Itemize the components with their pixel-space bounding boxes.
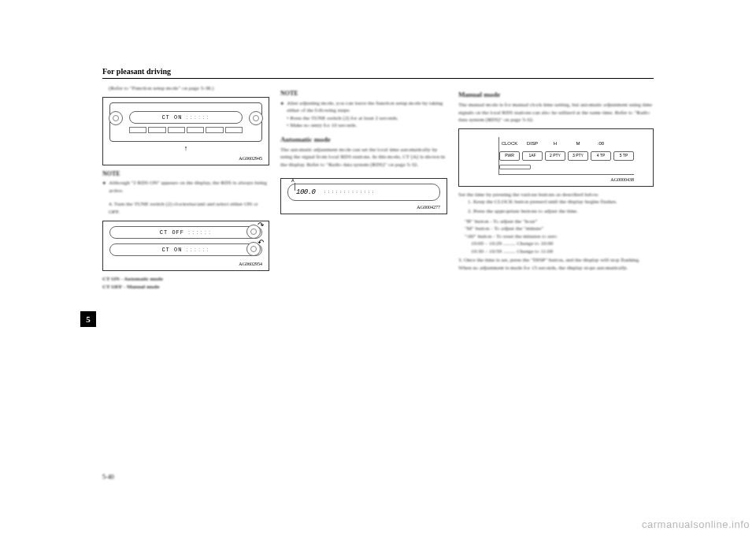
chapter-tab: 5 xyxy=(80,311,96,327)
lcd-text: CT ON xyxy=(161,247,182,254)
refer-text: (Refer to "Function setup mode" on page … xyxy=(102,85,269,92)
note-text: Alter adjusting mode, you can leave the … xyxy=(287,100,447,115)
range-1: 10:00 – 10:29 ......... Change to 10:00 xyxy=(465,240,654,247)
rotate-arrow-icon: ↷ xyxy=(258,220,264,231)
panel-button-2: 2 PTY xyxy=(545,151,565,161)
figure-code: AG0000438 xyxy=(498,176,634,183)
figure-ct-on-off: CT OFF :::::: ↷ CT ON :::::: ↶ AG0602954 xyxy=(102,221,269,271)
bullet-icon: ● xyxy=(102,180,106,195)
panel-button-3: 3 PTY xyxy=(568,151,588,161)
lcd-display: CT ON :::::: xyxy=(129,111,243,124)
step-4: 4. Turn the TUNE switch (2) clockwise/an… xyxy=(102,201,269,216)
column-1: (Refer to "Function setup mode" on page … xyxy=(102,85,269,291)
vol-knob-icon xyxy=(109,111,123,125)
column-2: NOTE ●Alter adjusting mode, you can leav… xyxy=(280,85,447,291)
panel-button-pwr: PWR xyxy=(499,151,520,161)
a-callout-line xyxy=(295,183,295,191)
figure-display-freq: A 100.0 ::::::::::::: AG0004277 xyxy=(280,178,447,214)
figure-code: AG0004277 xyxy=(287,204,440,210)
lcd-placeholder: :::::: xyxy=(187,229,212,236)
page-number: 5-40 xyxy=(102,474,114,481)
manual-page: For pleasant driving 5 (Refer to "Functi… xyxy=(102,67,654,481)
lcd-display-off: CT OFF :::::: xyxy=(109,226,262,239)
note-sub1: • Press the TUNE switch (2) for at least… xyxy=(280,115,447,122)
arrow-up-icon: ↑ xyxy=(109,143,262,153)
manual-intro: Set the time by pressing the various but… xyxy=(458,191,654,199)
manual-mode-text: The manual mode is for manual clock time… xyxy=(458,102,654,124)
auto-mode-text: The automatic adjustment mode can set th… xyxy=(280,147,447,169)
figure-code: AG0602945 xyxy=(109,155,262,162)
heading-manual: Manual mode xyxy=(458,90,654,99)
caption-ct-off: CT OFF - Manual mode xyxy=(102,284,269,291)
panel-button-4: 4 TP xyxy=(591,151,611,161)
panel-button xyxy=(187,127,204,133)
frequency-value: 100.0 xyxy=(296,188,316,197)
bullet-icon: ● xyxy=(280,100,284,115)
label-h: H xyxy=(545,140,565,147)
note-text: Although "2 RDS ON" appears on the displ… xyxy=(109,180,269,195)
lcd-display-on: CT ON :::::: xyxy=(109,243,262,256)
column-3: Manual mode The manual mode is for manua… xyxy=(458,85,654,291)
button-00-desc: ":00" button - To reset the minutes to z… xyxy=(465,233,654,240)
manual-steps: 1. Keep the CLOCK button pressed until t… xyxy=(458,199,654,215)
note-label: NOTE xyxy=(280,90,447,98)
panel-button xyxy=(206,127,223,133)
lcd-placeholder: :::::: xyxy=(185,114,209,121)
section-header: For pleasant driving xyxy=(102,67,654,79)
panel-button-1: 1AF xyxy=(522,151,543,161)
step-3: 3. Once the time is set, press the "DISP… xyxy=(458,257,654,272)
note-label: NOTE xyxy=(102,170,269,179)
heading-automatic: Automatic mode xyxy=(280,135,447,144)
lcd-placeholder: :::::: xyxy=(185,247,209,254)
step-1: 1. Keep the CLOCK button pressed until t… xyxy=(468,199,654,206)
button-h-desc: "H" button - To adjust the "hour" xyxy=(465,218,654,225)
figure-code: AG0602954 xyxy=(109,261,262,267)
slot-icon xyxy=(499,165,531,169)
range-2: 10:30 – 10:59 ......... Change to 11:00 xyxy=(465,248,654,255)
figure-ct-on-panel: CT ON :::::: ↑ AG0602945 xyxy=(102,97,269,165)
lcd-text: CT OFF xyxy=(160,229,184,236)
panel-button xyxy=(129,127,146,133)
label-zero: :00 xyxy=(591,140,611,147)
note-sub2: • Make no entry for 10 seconds. xyxy=(280,122,447,129)
label-disp: DISP xyxy=(522,140,543,147)
panel-button xyxy=(148,127,165,133)
panel-button xyxy=(225,127,243,133)
panel-button-5: 5 TP xyxy=(613,151,634,161)
rotate-arrow-icon: ↶ xyxy=(258,237,264,248)
button-m-desc: "M" button - To adjust the "minute" xyxy=(465,225,654,232)
label-clock: CLOCK xyxy=(499,140,520,147)
tune-knob-icon xyxy=(249,111,263,125)
panel-button xyxy=(168,127,185,133)
lcd-text: CT ON xyxy=(161,114,182,121)
display-dots: ::::::::::::: xyxy=(324,189,376,195)
caption-ct-on: CT ON - Automatic mode xyxy=(102,276,269,283)
figure-clock-buttons: CLOCK DISP H M :00 PWR 1AF 2 PTY 3 PTY 4… xyxy=(458,128,654,186)
step-2: 2. Press the appropriate buttons to adju… xyxy=(468,208,654,215)
label-m: M xyxy=(568,140,588,147)
watermark: carmanualsonline.info xyxy=(642,518,750,530)
